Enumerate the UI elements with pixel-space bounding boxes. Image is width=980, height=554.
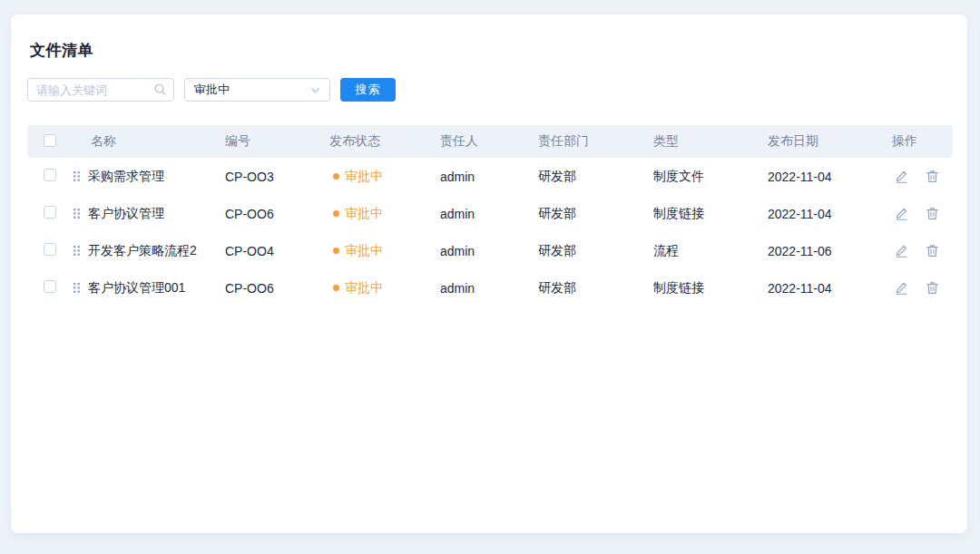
file-code: CP-OO6 bbox=[225, 207, 329, 221]
edit-icon[interactable] bbox=[895, 281, 908, 295]
file-name: 采购需求管理 bbox=[88, 169, 164, 185]
file-name: 客户协议管理 bbox=[88, 206, 164, 222]
table-header-row: 名称 编号 发布状态 责任人 责任部门 类型 发布日期 操作 bbox=[27, 125, 953, 158]
col-header-date: 发布日期 bbox=[768, 133, 892, 150]
col-header-code: 编号 bbox=[225, 133, 329, 150]
department: 研发部 bbox=[538, 243, 653, 259]
row-checkbox[interactable] bbox=[44, 169, 56, 181]
drag-handle-icon[interactable] bbox=[73, 208, 81, 219]
select-all-checkbox[interactable] bbox=[44, 134, 56, 147]
owner: admin bbox=[440, 170, 538, 184]
drag-handle-icon[interactable] bbox=[73, 245, 81, 257]
status-dot-icon bbox=[333, 173, 339, 180]
status-text: 审批中 bbox=[345, 280, 383, 296]
col-header-owner: 责任人 bbox=[440, 133, 538, 150]
delete-icon[interactable] bbox=[926, 170, 939, 183]
file-type: 流程 bbox=[653, 243, 768, 259]
status-filter-value: 审批中 bbox=[194, 82, 309, 98]
edit-icon[interactable] bbox=[895, 207, 908, 220]
department: 研发部 bbox=[538, 206, 653, 222]
status-badge: 审批中 bbox=[329, 280, 440, 296]
delete-icon[interactable] bbox=[926, 244, 939, 258]
file-type: 制度链接 bbox=[653, 280, 768, 296]
chevron-down-icon bbox=[309, 84, 321, 96]
department: 研发部 bbox=[538, 280, 653, 296]
col-header-department: 责任部门 bbox=[538, 133, 653, 150]
file-type: 制度文件 bbox=[653, 169, 768, 185]
status-badge: 审批中 bbox=[329, 169, 440, 185]
owner: admin bbox=[440, 207, 538, 221]
drag-handle-icon[interactable] bbox=[73, 282, 81, 294]
status-dot-icon bbox=[333, 248, 339, 254]
search-input[interactable] bbox=[27, 78, 174, 102]
edit-icon[interactable] bbox=[895, 170, 908, 183]
keyword-search-box bbox=[27, 78, 174, 102]
file-code: CP-OO4 bbox=[225, 244, 329, 258]
owner: admin bbox=[440, 244, 538, 258]
file-table: 名称 编号 发布状态 责任人 责任部门 类型 发布日期 操作 采购需求管理 CP… bbox=[27, 125, 953, 306]
publish-date: 2022-11-04 bbox=[768, 207, 892, 221]
col-header-name: 名称 bbox=[64, 133, 225, 150]
delete-icon[interactable] bbox=[926, 281, 939, 295]
file-name: 客户协议管理001 bbox=[88, 280, 185, 296]
status-text: 审批中 bbox=[345, 169, 383, 185]
status-text: 审批中 bbox=[345, 243, 383, 259]
status-badge: 审批中 bbox=[329, 243, 440, 259]
col-header-type: 类型 bbox=[653, 133, 768, 150]
owner: admin bbox=[440, 281, 538, 296]
publish-date: 2022-11-06 bbox=[768, 244, 892, 258]
file-code: CP-OO3 bbox=[225, 170, 329, 184]
col-header-ops: 操作 bbox=[892, 133, 953, 150]
table-row: 采购需求管理 CP-OO3 审批中 admin 研发部 制度文件 2022-11… bbox=[27, 158, 953, 195]
file-type: 制度链接 bbox=[653, 206, 768, 222]
file-code: CP-OO6 bbox=[225, 281, 329, 296]
table-row: 开发客户策略流程2 CP-OO4 审批中 admin 研发部 流程 2022-1… bbox=[27, 232, 953, 269]
toolbar: 审批中 搜索 bbox=[30, 78, 951, 102]
department: 研发部 bbox=[538, 169, 653, 185]
search-button[interactable]: 搜索 bbox=[340, 78, 396, 102]
edit-icon[interactable] bbox=[895, 244, 908, 258]
status-filter-select[interactable]: 审批中 bbox=[184, 78, 330, 102]
table-row: 客户协议管理 CP-OO6 审批中 admin 研发部 制度链接 2022-11… bbox=[27, 195, 953, 232]
delete-icon[interactable] bbox=[926, 207, 939, 220]
drag-handle-icon[interactable] bbox=[73, 170, 81, 182]
file-name: 开发客户策略流程2 bbox=[88, 243, 197, 259]
row-checkbox[interactable] bbox=[44, 243, 56, 256]
status-text: 审批中 bbox=[345, 206, 383, 222]
publish-date: 2022-11-04 bbox=[768, 170, 892, 184]
row-checkbox[interactable] bbox=[44, 280, 56, 293]
status-badge: 审批中 bbox=[329, 206, 440, 222]
table-row: 客户协议管理001 CP-OO6 审批中 admin 研发部 制度链接 2022… bbox=[27, 269, 953, 306]
status-dot-icon bbox=[333, 285, 339, 291]
page-title: 文件清单 bbox=[30, 40, 951, 61]
row-checkbox[interactable] bbox=[44, 206, 56, 219]
table-body: 采购需求管理 CP-OO3 审批中 admin 研发部 制度文件 2022-11… bbox=[27, 158, 953, 306]
publish-date: 2022-11-04 bbox=[768, 281, 892, 296]
file-list-card: 文件清单 审批中 搜索 名称 编号 发布状态 责任人 责任部门 bbox=[11, 15, 967, 533]
col-header-status: 发布状态 bbox=[329, 133, 440, 150]
status-dot-icon bbox=[333, 210, 339, 217]
